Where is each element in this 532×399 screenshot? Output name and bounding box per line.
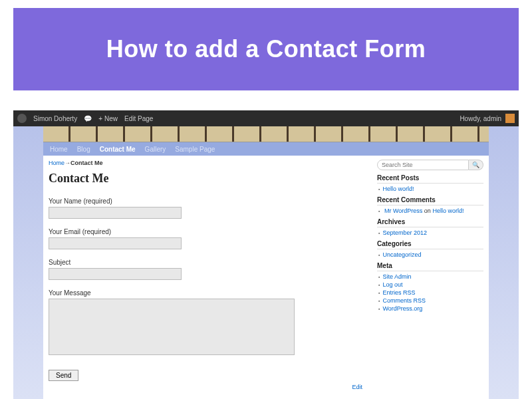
message-textarea[interactable] bbox=[49, 299, 295, 355]
admin-bar-left: Simon Doherty New Edit Page bbox=[17, 114, 153, 123]
list-item: Hello world! bbox=[378, 186, 483, 192]
subject-label: Subject bbox=[49, 259, 365, 266]
breadcrumb-separator: → bbox=[65, 160, 70, 166]
meta-logout-link[interactable]: Log out bbox=[382, 281, 402, 288]
recent-comments-list: Mr WordPress on Hello world! bbox=[377, 207, 483, 214]
page-background: Home Blog Contact Me Gallery Sample Page… bbox=[13, 126, 519, 399]
meta-wordpress-link[interactable]: WordPress.org bbox=[382, 305, 422, 312]
email-input[interactable] bbox=[49, 237, 182, 249]
message-label: Your Message bbox=[49, 289, 365, 297]
meta-list: Site Admin Log out Entries RSS Comments … bbox=[377, 273, 483, 312]
sidebar: 🔍 Recent Posts Hello world! Recent Comme… bbox=[377, 160, 483, 395]
archive-link[interactable]: September 2012 bbox=[382, 229, 427, 236]
subject-input[interactable] bbox=[49, 268, 182, 280]
widget-title-recent-comments: Recent Comments bbox=[377, 196, 483, 205]
email-label: Your Email (required) bbox=[49, 228, 365, 235]
wordpress-logo-icon[interactable] bbox=[17, 114, 27, 123]
comment-post-link[interactable]: Hello world! bbox=[432, 207, 464, 214]
page-title: Contact Me bbox=[49, 172, 365, 186]
meta-entries-rss-link[interactable]: Entries RSS bbox=[382, 289, 415, 296]
categories-list: Uncategorized bbox=[377, 251, 483, 258]
search-input[interactable] bbox=[377, 160, 469, 170]
comment-author-link[interactable]: Mr WordPress bbox=[384, 207, 422, 214]
admin-bar-right: Howdy, admin bbox=[460, 114, 515, 123]
form-group-email: Your Email (required) bbox=[49, 228, 365, 249]
nav-item-blog[interactable]: Blog bbox=[77, 146, 90, 153]
widget-title-recent-posts: Recent Posts bbox=[377, 174, 483, 184]
list-item: Mr WordPress on Hello world! bbox=[378, 207, 483, 214]
meta-site-admin-link[interactable]: Site Admin bbox=[382, 273, 411, 280]
plus-icon bbox=[98, 115, 104, 122]
comment-on-text: on bbox=[424, 207, 431, 214]
edit-link[interactable]: Edit bbox=[49, 384, 365, 390]
new-label: New bbox=[104, 115, 118, 122]
slide-banner: How to add a Contact Form bbox=[13, 8, 519, 90]
breadcrumb-current: Contact Me bbox=[70, 160, 103, 166]
breadcrumb-home-link[interactable]: Home bbox=[49, 160, 65, 166]
form-group-message: Your Message bbox=[49, 289, 365, 356]
header-image bbox=[43, 126, 489, 142]
search-button[interactable]: 🔍 bbox=[469, 160, 483, 170]
send-button[interactable]: Send bbox=[49, 370, 78, 381]
breadcrumb: Home→Contact Me bbox=[49, 160, 365, 166]
name-input[interactable] bbox=[49, 207, 182, 219]
main-nav: Home Blog Contact Me Gallery Sample Page bbox=[43, 142, 489, 156]
main-column: Home→Contact Me Contact Me Your Name (re… bbox=[49, 160, 377, 395]
nav-item-gallery[interactable]: Gallery bbox=[145, 146, 166, 153]
avatar[interactable] bbox=[505, 114, 515, 123]
admin-bar-greeting[interactable]: Howdy, admin bbox=[460, 115, 501, 122]
list-item: Log out bbox=[378, 281, 483, 288]
nav-item-contact-me[interactable]: Contact Me bbox=[100, 146, 136, 153]
name-label: Your Name (required) bbox=[49, 198, 365, 205]
form-group-name: Your Name (required) bbox=[49, 198, 365, 219]
content-area: Home→Contact Me Contact Me Your Name (re… bbox=[43, 156, 489, 399]
admin-bar-edit-page[interactable]: Edit Page bbox=[124, 115, 153, 122]
widget-title-categories: Categories bbox=[377, 240, 483, 249]
nav-item-home[interactable]: Home bbox=[50, 146, 68, 153]
widget-title-archives: Archives bbox=[377, 218, 483, 227]
category-link[interactable]: Uncategorized bbox=[382, 251, 421, 258]
wp-admin-bar: Simon Doherty New Edit Page Howdy, admin bbox=[13, 110, 519, 126]
list-item: Site Admin bbox=[378, 273, 483, 280]
form-group-subject: Subject bbox=[49, 259, 365, 280]
list-item: Uncategorized bbox=[378, 251, 483, 258]
list-item: September 2012 bbox=[378, 229, 483, 236]
screenshot-container: Simon Doherty New Edit Page Howdy, admin… bbox=[13, 110, 519, 399]
recent-post-link[interactable]: Hello world! bbox=[382, 186, 414, 192]
banner-title: How to add a Contact Form bbox=[106, 35, 426, 63]
comments-icon[interactable] bbox=[84, 115, 92, 122]
search-form: 🔍 bbox=[377, 160, 483, 170]
list-item: WordPress.org bbox=[378, 305, 483, 312]
archives-list: September 2012 bbox=[377, 229, 483, 236]
search-icon: 🔍 bbox=[472, 162, 479, 168]
list-item: Entries RSS bbox=[378, 289, 483, 296]
nav-item-sample-page[interactable]: Sample Page bbox=[175, 146, 215, 153]
recent-posts-list: Hello world! bbox=[377, 186, 483, 192]
admin-bar-new[interactable]: New bbox=[98, 115, 118, 122]
meta-comments-rss-link[interactable]: Comments RSS bbox=[382, 297, 426, 304]
widget-title-meta: Meta bbox=[377, 262, 483, 271]
list-item: Comments RSS bbox=[378, 297, 483, 304]
admin-bar-site-name[interactable]: Simon Doherty bbox=[33, 115, 77, 122]
